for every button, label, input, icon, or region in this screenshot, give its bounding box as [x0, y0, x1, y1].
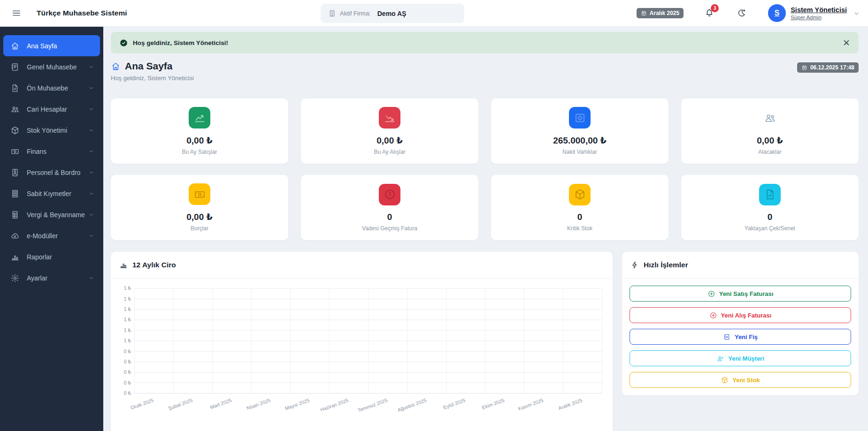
quick-action-yeni-sat-faturas[interactable]: Yeni Satış Faturası	[630, 286, 851, 302]
check-seal-icon	[119, 38, 128, 47]
svg-text:0 ₺: 0 ₺	[124, 369, 131, 375]
chevron-down-icon	[88, 169, 95, 176]
sidebar-item-personel-bordro[interactable]: Personel & Bordro	[3, 162, 100, 183]
app-header: Türkçe Muhasebe Sistemi Aktif Firma: Dem…	[0, 0, 868, 27]
stat-icon-tile	[189, 107, 210, 129]
close-icon[interactable]: ✕	[843, 38, 850, 47]
period-badge: Aralık 2025	[637, 8, 684, 18]
journal-icon	[10, 62, 20, 72]
stat-card-vadesi-ge-mi-fatura: 0 Vadesi Geçmiş Fatura	[301, 175, 478, 240]
stat-card-bu-ay-sat-lar: 0,00 ₺ Bu Ay Satışlar	[111, 98, 288, 164]
page-head: Ana Sayfa Hoş geldiniz, Sistem Yöneticis…	[111, 60, 859, 82]
stat-label: Bu Ay Satışlar	[182, 149, 217, 155]
file-ruled-icon	[10, 210, 20, 219]
file-check-icon	[764, 188, 776, 201]
svg-text:Şubat 2025: Şubat 2025	[168, 397, 193, 411]
people-icon	[10, 105, 20, 114]
sidebar-item-genel-muhasebe[interactable]: Genel Muhasebe	[3, 56, 100, 77]
bolt-icon	[630, 261, 639, 269]
dark-mode-toggle[interactable]	[736, 8, 746, 18]
svg-text:Mayıs 2025: Mayıs 2025	[284, 397, 310, 411]
active-company-label: Aktif Firma:	[340, 10, 371, 17]
datetime-badge: 06.12.2025 17:48	[797, 62, 859, 73]
stat-icon-tile	[759, 107, 781, 129]
main-content: Hoş geldiniz, Sistem Yöneticisi! ✕ Ana S…	[103, 27, 868, 431]
svg-text:Ağustos 2025: Ağustos 2025	[397, 397, 427, 413]
svg-text:Nisan 2025: Nisan 2025	[246, 397, 271, 411]
box-icon	[574, 188, 586, 201]
gear-icon	[10, 273, 20, 283]
people-icon	[764, 112, 776, 124]
stat-card-alacaklar: 0,00 ₺ Alacaklar	[681, 98, 859, 164]
stat-card-kritik-stok: 0 Kritik Stok	[491, 175, 668, 240]
sidebar-item-cari-hesaplar[interactable]: Cari Hesaplar	[3, 98, 100, 120]
calendar-icon	[801, 65, 807, 71]
svg-text:0 ₺: 0 ₺	[124, 380, 131, 386]
menu-button[interactable]	[10, 7, 23, 19]
sidebar-item-stok-y-netimi[interactable]: Stok Yönetimi	[3, 120, 100, 141]
svg-text:1 ₺: 1 ₺	[124, 296, 131, 302]
svg-text:1 ₺: 1 ₺	[124, 285, 131, 291]
svg-text:Aralık 2025: Aralık 2025	[558, 397, 584, 411]
period-label: Aralık 2025	[650, 10, 679, 16]
stat-icon-tile	[569, 107, 591, 129]
svg-text:Ekim 2025: Ekim 2025	[481, 397, 505, 410]
stat-value: 265.000,00 ₺	[553, 135, 607, 146]
sidebar-item-raporlar[interactable]: Raporlar	[3, 246, 100, 267]
svg-text:Temmuz 2025: Temmuz 2025	[357, 397, 388, 413]
person-badge-icon	[10, 168, 20, 177]
page-subtitle: Hoş geldiniz, Sistem Yöneticisi	[111, 75, 194, 82]
sidebar-item-e-mod-ller[interactable]: e-Modüller	[3, 225, 100, 246]
sidebar-item-vergi-beyanname[interactable]: Vergi & Beyanname	[3, 204, 100, 225]
stat-value: 0,00 ₺	[186, 135, 212, 146]
sidebar-nav: Ana Sayfa Genel Muhasebe Ön Muhasebe Car…	[0, 35, 103, 288]
avatar: S	[768, 4, 786, 22]
building-grid-icon	[10, 189, 20, 198]
revenue-chart-panel: 12 Aylık Ciro 1 ₺1 ₺1 ₺1 ₺1 ₺1 ₺0 ₺0 ₺0 …	[111, 252, 613, 431]
notifications-button[interactable]: 3	[704, 8, 714, 18]
stat-label: Borçlar	[191, 225, 208, 232]
stat-value: 0	[768, 212, 773, 222]
chart-panel-header: 12 Aylık Ciro	[111, 252, 613, 279]
notification-count-badge: 3	[711, 4, 719, 12]
chevron-down-icon	[88, 127, 95, 134]
stat-value: 0	[387, 212, 392, 222]
user-menu[interactable]: S Sistem Yöneticisi Süper Admin	[768, 4, 860, 22]
building-icon	[328, 9, 336, 17]
quick-action-yeni-fi[interactable]: Yeni Fiş	[630, 329, 851, 345]
bar-chart-icon	[119, 261, 128, 269]
active-company-selector[interactable]: Aktif Firma: Demo AŞ	[321, 4, 464, 23]
sidebar-item-finans[interactable]: Finans	[3, 141, 100, 162]
stat-icon-tile	[379, 107, 400, 129]
chart-body: 1 ₺1 ₺1 ₺1 ₺1 ₺1 ₺0 ₺0 ₺0 ₺0 ₺0 ₺Ocak 20…	[111, 279, 613, 425]
svg-text:1 ₺: 1 ₺	[124, 338, 131, 343]
cloud-up-icon	[10, 231, 20, 241]
quick-action-yeni-al-faturas[interactable]: Yeni Alış Faturası	[630, 307, 851, 323]
cash-icon	[10, 147, 20, 156]
header-actions: Aralık 2025 3 S Sistem Yöneticisi Süper …	[637, 4, 860, 22]
stat-icon-tile	[569, 184, 591, 205]
page-title: Ana Sayfa	[125, 60, 173, 72]
svg-text:0 ₺: 0 ₺	[124, 390, 131, 396]
chevron-down-icon	[88, 148, 95, 155]
sidebar-item-ayarlar[interactable]: Ayarlar	[3, 267, 100, 288]
sidebar-item-n-muhasebe[interactable]: Ön Muhasebe	[3, 77, 100, 98]
stat-card-nakit-varl-klar: 265.000,00 ₺ Nakit Varlıklar	[491, 98, 668, 164]
sidebar-item-sabit-k-ymetler[interactable]: Sabit Kıymetler	[3, 183, 100, 204]
box-icon	[721, 376, 729, 384]
quick-action-yeni-stok[interactable]: Yeni Stok	[630, 372, 851, 388]
sidebar: Ana Sayfa Genel Muhasebe Ön Muhasebe Car…	[0, 27, 103, 431]
chevron-down-icon	[88, 211, 95, 218]
stat-cards: 0,00 ₺ Bu Ay Satışlar 0,00 ₺ Bu Ay Alışl…	[111, 98, 859, 240]
file-text-icon	[10, 83, 20, 93]
quick-action-yeni-m-teri[interactable]: Yeni Müşteri	[630, 350, 851, 366]
home-icon	[111, 61, 121, 71]
quick-actions-list: Yeni Satış Faturası Yeni Alış Faturası Y…	[622, 279, 859, 395]
graph-down-icon	[384, 112, 396, 124]
sidebar-item-ana-sayfa[interactable]: Ana Sayfa	[3, 35, 100, 56]
plus-circle-icon	[709, 311, 717, 319]
home-icon	[10, 41, 20, 51]
stat-label: Vadesi Geçmiş Fatura	[362, 225, 417, 232]
bar-chart-icon	[10, 252, 20, 262]
chevron-down-icon	[853, 9, 860, 17]
